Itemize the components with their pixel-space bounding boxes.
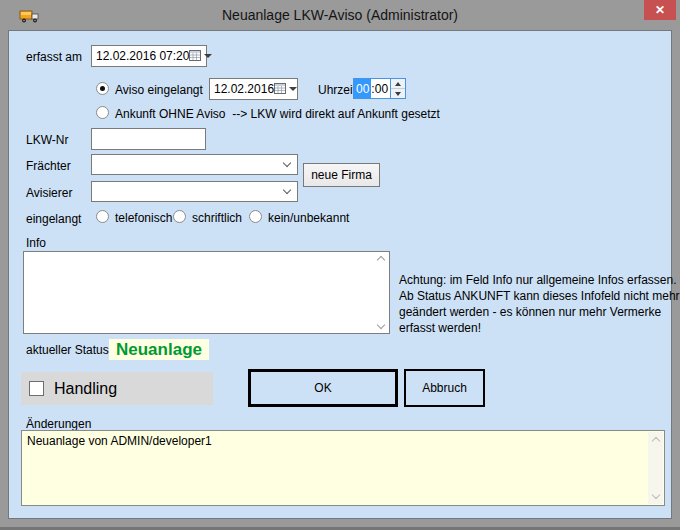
aviso-date-value: 12.02.2016 bbox=[214, 82, 274, 96]
uhrzeit-field[interactable]: 00 :00 bbox=[353, 78, 406, 99]
telefonisch-label: telefonisch bbox=[115, 211, 172, 225]
spin-up-button[interactable] bbox=[391, 79, 405, 88]
kein-unbekannt-radio[interactable] bbox=[249, 210, 262, 223]
time-hours[interactable]: 00 bbox=[354, 79, 371, 98]
abbruch-button[interactable]: Abbruch bbox=[404, 369, 485, 407]
handling-checkbox[interactable] bbox=[29, 381, 44, 396]
lkw-nr-input[interactable] bbox=[91, 128, 206, 150]
status-badge: Neuanlage bbox=[109, 339, 209, 360]
handling-panel: Handling bbox=[21, 372, 213, 405]
fraechter-label: Frächter bbox=[26, 159, 71, 173]
ankunft-ohne-aviso-radio[interactable] bbox=[96, 106, 109, 119]
spin-up-icon bbox=[395, 82, 401, 86]
combo-dropdown-icon bbox=[283, 186, 291, 194]
schriftlich-radio[interactable] bbox=[173, 210, 186, 223]
info-textarea[interactable] bbox=[23, 251, 390, 334]
telefonisch-radio[interactable] bbox=[96, 210, 109, 223]
close-icon: ✕ bbox=[655, 4, 665, 16]
aenderungen-scrollbar[interactable] bbox=[648, 432, 663, 504]
spin-down-button[interactable] bbox=[391, 88, 405, 98]
titlebar[interactable]: Neuanlage LKW-Aviso (Administrator) ✕ bbox=[0, 0, 680, 30]
close-button[interactable]: ✕ bbox=[644, 0, 676, 20]
aviso-eingelangt-radio[interactable] bbox=[96, 82, 109, 95]
ankunft-ohne-aviso-label: Ankunft OHNE Aviso --> LKW wird direkt a… bbox=[115, 107, 440, 121]
dialog-window: Neuanlage LKW-Aviso (Administrator) ✕ er… bbox=[0, 0, 680, 530]
info-label: Info bbox=[26, 236, 46, 250]
erfasst-am-field[interactable]: 12.02.2016 07:20 bbox=[91, 45, 207, 67]
time-minutes[interactable]: 00 bbox=[375, 82, 388, 96]
dialog-body: erfasst am 12.02.2016 07:20 Aviso eingel… bbox=[8, 30, 672, 519]
lkw-nr-label: LKW-Nr bbox=[26, 133, 68, 147]
dropdown-arrow-icon bbox=[289, 87, 297, 91]
dropdown-arrow-icon bbox=[204, 54, 212, 58]
aviso-eingelangt-label: Aviso eingelangt bbox=[115, 83, 203, 97]
handling-label: Handling bbox=[54, 380, 117, 398]
avisierer-combobox[interactable] bbox=[91, 181, 298, 202]
uhrzeit-label: Uhrzeit bbox=[318, 83, 356, 97]
erfasst-am-label: erfasst am bbox=[26, 50, 82, 64]
eingelangt-label: eingelangt bbox=[26, 212, 81, 226]
ok-button[interactable]: OK bbox=[248, 369, 398, 407]
kein-unbekannt-label: kein/unbekannt bbox=[268, 211, 349, 225]
aviso-date-field[interactable]: 12.02.2016 bbox=[209, 78, 298, 100]
window-title: Neuanlage LKW-Aviso (Administrator) bbox=[0, 7, 680, 23]
scroll-down-icon[interactable] bbox=[652, 491, 660, 499]
scroll-up-icon[interactable] bbox=[377, 256, 385, 264]
aenderungen-value: Neuanlage von ADMIN/developer1 bbox=[27, 434, 212, 448]
neue-firma-button[interactable]: neue Firma bbox=[303, 163, 380, 187]
scroll-up-icon[interactable] bbox=[652, 437, 660, 445]
combo-dropdown-icon bbox=[283, 159, 291, 167]
aktueller-status-label: aktueller Status bbox=[26, 343, 109, 357]
aenderungen-label: Änderungen bbox=[26, 417, 91, 431]
fraechter-combobox[interactable] bbox=[91, 154, 298, 175]
time-spinner bbox=[390, 79, 405, 98]
erfasst-am-value: 12.02.2016 07:20 bbox=[96, 49, 189, 63]
avisierer-label: Avisierer bbox=[26, 186, 72, 200]
info-warning-text: Achtung: im Feld Info nur allgemeine Inf… bbox=[399, 272, 680, 336]
calendar-icon bbox=[274, 82, 286, 97]
schriftlich-label: schriftlich bbox=[192, 211, 242, 225]
scroll-down-icon[interactable] bbox=[377, 321, 385, 329]
calendar-icon bbox=[189, 49, 201, 64]
aenderungen-textarea[interactable]: Neuanlage von ADMIN/developer1 bbox=[21, 430, 665, 506]
spin-down-icon bbox=[395, 92, 401, 96]
